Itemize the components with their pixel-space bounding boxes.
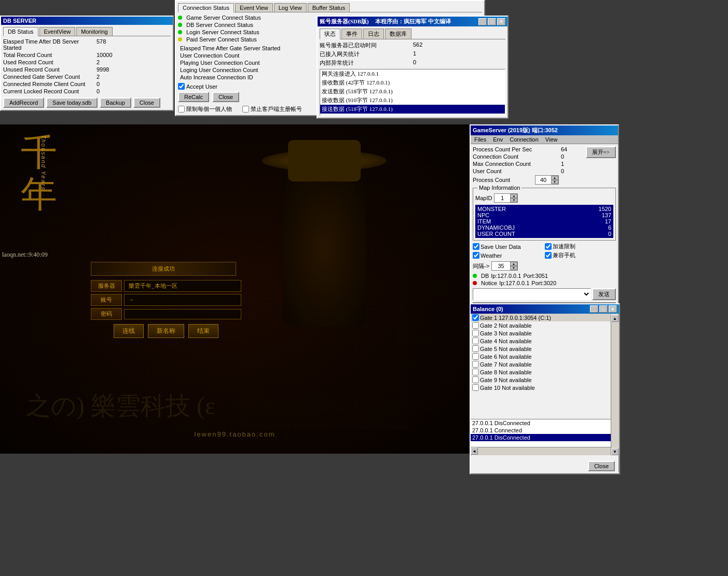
server-checkboxes: Save User Data 加速限制 Weather 兼容手机 [473, 243, 616, 259]
db-server-title: DB SERVER [3, 18, 36, 24]
interval-down[interactable]: ▼ [510, 266, 517, 270]
log-entry-4[interactable]: 接送数据 (518字节 127.0.0.1) [320, 105, 505, 114]
log-entry-0: 网关连接进入 127.0.0.1 [320, 69, 505, 78]
account-label: 账号 [91, 294, 122, 306]
login-server-dot [178, 30, 182, 34]
balance-hscrollbar[interactable]: ◄ [471, 447, 611, 455]
mapid-up[interactable]: ▲ [510, 194, 517, 198]
exit-button[interactable]: 结束 [188, 324, 218, 338]
tab-acct-event[interactable]: 事件 [341, 29, 362, 39]
new-name-button[interactable]: 新名称 [148, 324, 184, 338]
acct-server-titlebar: 账号服务器(SDB版) 本程序由：疯狂海军 中文编译 _ □ × [318, 17, 507, 26]
restrict-char-checkbox[interactable] [178, 106, 185, 113]
balance-log-1: 27.0.0.1 Connected [471, 427, 619, 434]
send-button[interactable]: 发送 [592, 288, 616, 300]
speed-limit-checkbox[interactable] [545, 243, 552, 250]
gate-6-row: Gate 6 Not available [471, 353, 619, 360]
gate-4-checkbox[interactable] [472, 338, 479, 344]
menu-connection[interactable]: Connection [506, 136, 542, 143]
acct-minimize-button[interactable]: _ [478, 18, 487, 25]
tab-monitoring[interactable]: Monitoring [76, 27, 112, 36]
spinner-up[interactable]: ▲ [551, 176, 558, 180]
conn-success-bar: 连接成功 [91, 262, 236, 276]
db-close-button[interactable]: Close [133, 97, 160, 108]
command-select[interactable] [473, 288, 591, 300]
gate-5-checkbox[interactable] [472, 345, 479, 352]
gate-8-checkbox[interactable] [472, 369, 479, 375]
thousand-years-text: Thousand Years [40, 135, 47, 191]
tab-acct-log[interactable]: 日志 [363, 29, 384, 39]
db-dot [473, 274, 477, 278]
game-timestamp: laoqn.net::9:40:09 [2, 251, 48, 259]
balance-close-button[interactable]: × [609, 305, 617, 313]
map-id-spinner[interactable]: ▲ ▼ [494, 193, 518, 203]
process-count-spinner[interactable]: ▲ ▼ [535, 175, 559, 185]
gate-6-checkbox[interactable] [472, 353, 479, 360]
menu-files[interactable]: Files [471, 136, 489, 143]
tab-db-status[interactable]: DB Status [3, 27, 38, 36]
menu-env[interactable]: Env [490, 136, 506, 143]
acct-maximize-button[interactable]: □ [488, 18, 496, 25]
acct-tabs: 状态 事件 日志 数据库 [320, 29, 505, 39]
scroll-down-btn[interactable]: ▼ [611, 448, 619, 455]
add-record-button[interactable]: AddRecord [3, 97, 44, 108]
backup-button[interactable]: Backup [100, 97, 131, 108]
log-entry-3: 接收数据 (910字节 127.0.0.1) [320, 96, 505, 105]
balance-log-2[interactable]: 27.0.0.1 DisConnected [471, 434, 619, 441]
log-entry-1: 接收数据 (42字节 127.0.0.1) [320, 78, 505, 87]
tab-event-view[interactable]: Event View [235, 3, 273, 12]
tab-buffer-status[interactable]: Buffer Status [308, 3, 350, 12]
hscroll-left-btn[interactable]: ◄ [471, 447, 478, 455]
mapid-down[interactable]: ▼ [510, 198, 517, 202]
balance-scrollbar[interactable]: ▲ ▼ [611, 315, 619, 455]
gate-1-checkbox[interactable] [472, 314, 479, 321]
balance-restore-button[interactable]: □ [599, 305, 608, 313]
game-server-panel: GameServer (2019版) 端口:3052 Files Env Con… [470, 124, 619, 315]
password-input[interactable] [124, 309, 241, 319]
gate-3-checkbox[interactable] [472, 330, 479, 336]
balance-close-button[interactable]: Close [588, 461, 615, 471]
weather-checkbox[interactable] [473, 252, 479, 259]
paid-server-dot [178, 37, 182, 41]
forbid-register-checkbox[interactable] [242, 106, 249, 113]
process-count-input[interactable] [535, 176, 551, 184]
save-user-data-checkbox[interactable] [473, 243, 479, 250]
interval-input[interactable] [492, 262, 510, 270]
tab-log-view[interactable]: Log View [274, 3, 307, 12]
gate-8-row: Gate 8 Not available [471, 368, 619, 376]
tab-acct-status[interactable]: 状态 [320, 29, 340, 39]
acct-log-list[interactable]: 网关连接进入 127.0.0.1 接收数据 (42字节 127.0.0.1) 发… [320, 69, 505, 116]
scroll-up-btn[interactable]: ▲ [611, 315, 619, 322]
server-stats: Process Count Per Sec64 Connection Count… [473, 146, 584, 186]
log-entry-2: 发送数据 (518字节 127.0.0.1) [320, 87, 505, 96]
spinner-down[interactable]: ▼ [551, 180, 558, 184]
menu-view[interactable]: View [542, 136, 561, 143]
accept-user-checkbox[interactable] [178, 83, 185, 90]
gate-2-checkbox[interactable] [472, 322, 479, 329]
mobile-compat-checkbox[interactable] [545, 252, 552, 259]
tab-acct-db[interactable]: 数据库 [385, 29, 411, 39]
account-input[interactable]: － [124, 294, 241, 306]
vertical-char-1: 千 [21, 135, 57, 171]
map-id-input[interactable] [495, 194, 510, 202]
save-sdb-button[interactable]: Save today.sdb [46, 97, 98, 108]
gate-7-checkbox[interactable] [472, 361, 479, 368]
tab-connection-status[interactable]: Connection Status [178, 3, 234, 12]
balance-minimize-button[interactable]: _ [590, 305, 598, 313]
tab-event-view[interactable]: EventView [39, 27, 76, 36]
expand-button[interactable]: 展开=> [586, 146, 616, 158]
connect-button[interactable]: 连线 [114, 324, 144, 338]
server-name-field[interactable]: 樂雲千年_本地一区 [124, 280, 241, 292]
notice-dot [473, 281, 477, 285]
interval-up[interactable]: ▲ [510, 262, 517, 266]
acct-close-button[interactable]: × [497, 18, 505, 25]
interval-spinner[interactable]: ▲ ▼ [491, 261, 518, 271]
password-row: 密码 [91, 308, 241, 320]
gate-10-checkbox[interactable] [472, 384, 479, 391]
gate-9-checkbox[interactable] [472, 376, 479, 383]
gate-4-row: Gate 4 Not available [471, 337, 619, 345]
conn-close-button[interactable]: Close [212, 92, 239, 102]
db-tabs: DB Status EventView Monitoring [3, 27, 171, 36]
game-server-title: GameServer (2019版) 端口:3052 [473, 127, 558, 134]
recalc-button[interactable]: ReCalc [178, 92, 209, 102]
